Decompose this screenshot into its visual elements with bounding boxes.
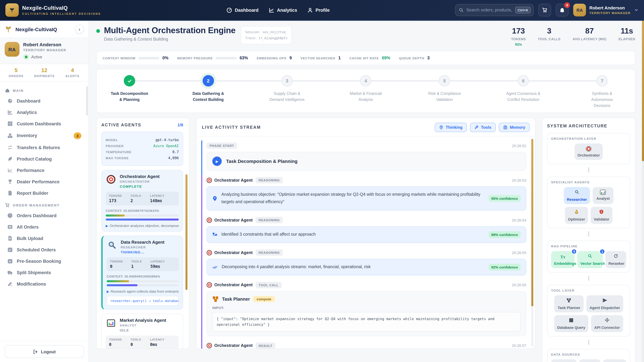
node-reranker[interactable]: Reranker — [606, 251, 626, 268]
sidebar-item-performance[interactable]: Performance — [4, 165, 84, 176]
step-3[interactable]: 3Supply Chain & Demand Intelligence — [264, 75, 310, 109]
sidebar-item-report-builder[interactable]: Report Builder — [4, 187, 84, 199]
sidebar-item-bulk-upload[interactable]: Bulk Upload — [4, 233, 84, 244]
node-database-query[interactable]: Database Query — [554, 315, 588, 332]
entry-agent: Orchestrator Agent — [206, 217, 252, 223]
branch-icon — [212, 232, 217, 237]
agent-card-analyst[interactable]: Market Analysis Agent ANALYST IDLE TOKEN… — [101, 314, 183, 349]
stat-elapsed: 11sELAPSED — [618, 26, 635, 46]
model-config-card: MODELgpt-4-turbo PROVIDERAzure OpenAI TE… — [101, 132, 183, 166]
sidebar-item-pre-season-booking[interactable]: Pre-Season Booking — [4, 255, 84, 267]
node-orchestrator[interactable]: Orchestrator — [574, 144, 603, 160]
node-vector-search[interactable]: Vector Search1 — [577, 251, 603, 268]
grid-icon — [8, 121, 13, 126]
global-search[interactable]: Ctrl+K — [455, 4, 534, 16]
sidebar-item-orders-dashboard[interactable]: Orders Dashboard — [4, 210, 84, 221]
node-task-planner[interactable]: Task Planner — [554, 296, 584, 313]
layer-orchestration: ORCHESTRATION LAYER Orchestrator — [547, 133, 630, 164]
node-agent-dispatcher[interactable]: Agent Dispatcher — [586, 296, 623, 313]
sidebar-item-scheduled-orders[interactable]: Scheduled Orders — [4, 244, 84, 255]
sidebar-item-dealer-performance[interactable]: Dealer Performance — [4, 176, 84, 187]
search-input[interactable] — [466, 8, 512, 12]
filter-memory-button[interactable]: Memory — [499, 123, 530, 132]
cart-button[interactable] — [538, 4, 551, 16]
filter-thinking-button[interactable]: Thinking — [435, 123, 467, 132]
sidebar-item-modifications[interactable]: Modifications — [4, 278, 84, 290]
sidebar-scrollbar[interactable] — [86, 86, 88, 116]
node-analyst[interactable]: Analyst — [593, 187, 614, 204]
sidebar-item-transfers-returns[interactable]: Transfers & Returns — [4, 142, 84, 153]
agents-scrollbar[interactable] — [186, 174, 188, 290]
agent-code: researcher.query() → tools.database_quer… — [107, 296, 179, 306]
reasoning-text: Identified 3 constraints that will affec… — [221, 231, 484, 238]
stream-scrollbar[interactable] — [531, 139, 533, 307]
live-activity-stream-panel: LIVE ACTIVITY STREAM Thinking Tools — [196, 118, 535, 349]
entry-badge: REASONING — [256, 217, 283, 223]
page-scrollbar[interactable] — [642, 4, 644, 161]
active-agents-panel: ACTIVE AGENTS 1/8 MODELgpt-4-turbo PROVI… — [96, 118, 190, 349]
filter-label: Thinking — [446, 125, 462, 130]
boxes-icon — [8, 133, 13, 138]
node-embeddings[interactable]: TтEmbeddings9 — [551, 251, 574, 268]
sidebar-item-custom-dashboards[interactable]: Custom Dashboards — [4, 118, 84, 129]
entry-badge: PHASE START — [206, 143, 237, 149]
nav-link-profile[interactable]: Profile — [307, 7, 330, 13]
sidebar-collapse-button[interactable]: ‹ — [75, 25, 84, 33]
target-icon — [206, 217, 212, 223]
filter-tools-button[interactable]: Tools — [470, 123, 496, 132]
agent-stats: TOKENS0 TOOLS0 LATENCY0ms — [106, 336, 179, 349]
node-postgresql[interactable]: PostgreSQL — [551, 360, 576, 362]
sidebar-item-split-shipments[interactable]: Split Shipments — [4, 267, 84, 278]
step-4[interactable]: 4Market & Financial Analysis — [343, 75, 388, 109]
sidebar-item-analytics[interactable]: Analytics — [4, 107, 84, 118]
node-api-connector[interactable]: API Connector — [591, 315, 623, 332]
logout-button[interactable]: Logout — [5, 345, 84, 358]
agent-stats: TOKENS0 TOOLS1 LATENCY59ms — [107, 258, 179, 271]
agent-card-researcher[interactable]: Data Research Agent RESEARCHER THINKING.… — [101, 236, 183, 310]
sidebar-item-all-orders[interactable]: All Orders — [4, 221, 84, 233]
step-7[interactable]: 7Synthesis & Autonomous Decisions — [579, 75, 625, 109]
move-icon — [605, 318, 610, 323]
brand: Nexgile-CultivaIQ CULTIVATING INTELLIGEN… — [5, 3, 101, 17]
agent-card-orchestrator[interactable]: Orchestrator Agent ORCHESTRATOR COMPLETE… — [101, 170, 183, 232]
cart-icon — [5, 203, 10, 207]
sidebar-item-product-catalog[interactable]: Product Catalog — [4, 153, 84, 165]
brand-name: Nexgile-CultivaIQ — [22, 5, 101, 11]
sidebar-nav: MAIN Dashboard Analytics Custom Dashboar… — [0, 81, 88, 341]
text-icon: Tт — [560, 255, 565, 260]
step-6[interactable]: 6Agent Consensus & Conflict Resolution — [500, 75, 546, 109]
file-upload-icon — [8, 236, 13, 241]
node-pinecone[interactable]: Pinecone — [579, 360, 600, 362]
pin-icon — [439, 125, 444, 130]
sidebar-item-dashboard[interactable]: Dashboard — [4, 95, 84, 107]
step-2[interactable]: 2Data Gathering & Context Building — [186, 75, 231, 109]
notifications-button[interactable]: 4 — [556, 4, 568, 16]
user-menu[interactable]: RA Robert Anderson TERRITORY MANAGER — [573, 4, 639, 16]
pin-icon — [212, 196, 217, 201]
system-architecture-panel: SYSTEM ARCHITECTURE ORCHESTRATION LAYER … — [542, 118, 635, 362]
node-optimizer[interactable]: Optimizer — [565, 207, 588, 224]
entry-agent: Orchestrator Agent — [206, 343, 252, 348]
page-scrollbar-track[interactable] — [642, 0, 644, 362]
nav-link-dashboard[interactable]: Dashboard — [226, 7, 258, 13]
pie-chart-icon — [8, 213, 13, 218]
node-validator[interactable]: Validator — [591, 207, 612, 224]
brand-tagline: CULTIVATING INTELLIGENT DECISIONS — [22, 12, 101, 15]
sidebar-item-inventory[interactable]: Inventory 3 — [4, 129, 84, 142]
step-5[interactable]: 5Risk & Compliance Validation — [422, 75, 468, 109]
avatar: RA — [573, 4, 586, 16]
node-researcher[interactable]: Researcher — [564, 187, 590, 204]
step-1[interactable]: Task Decomposition & Planning — [107, 75, 152, 109]
entry-agent: Orchestrator Agent — [206, 282, 252, 288]
nav-link-analytics[interactable]: Analytics — [269, 7, 297, 13]
entry-time: 20:26:57 — [512, 344, 526, 348]
entry-agent: Orchestrator Agent — [206, 178, 252, 183]
node-rest-apis[interactable]: REST APIs — [603, 360, 626, 362]
sidebar-user-card: RA Robert Anderson TERRITORY MANAGER Act… — [0, 38, 88, 64]
reasoning-card: Decomposing into 4 parallel analysis str… — [206, 259, 526, 276]
status-dot — [23, 54, 29, 60]
magnifier-icon — [588, 254, 592, 259]
agents-count: 1/8 — [178, 123, 183, 128]
notifications-badge: 4 — [564, 2, 570, 8]
stream-entry-reasoning-1: Orchestrator Agent REASONING 20:26:53 An… — [201, 175, 528, 215]
